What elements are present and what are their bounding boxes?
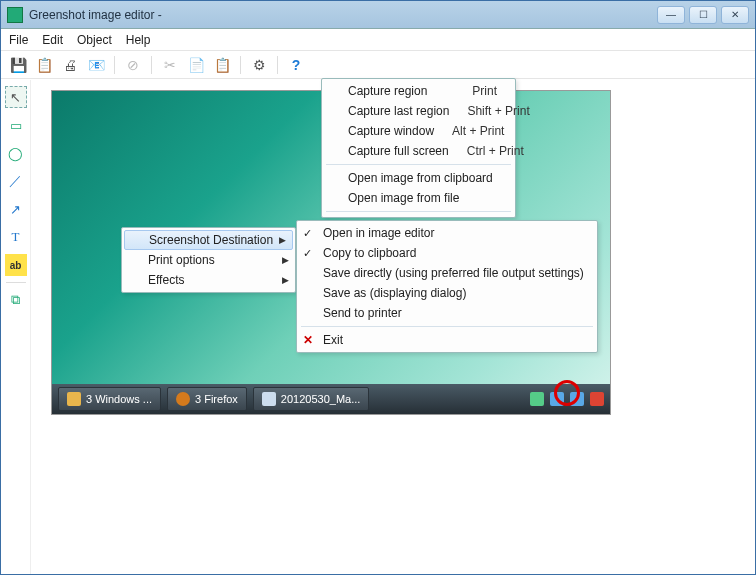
menu-capture-window[interactable]: Capture window Alt + Print bbox=[322, 121, 515, 141]
menu-shortcut: Print bbox=[472, 84, 497, 98]
menu-capture-last[interactable]: Capture last region Shift + Print bbox=[322, 101, 515, 121]
menu-label: Effects bbox=[148, 273, 277, 287]
help-icon[interactable]: ? bbox=[285, 54, 307, 76]
duplicate-icon[interactable]: 📄 bbox=[185, 54, 207, 76]
line-tool-icon[interactable]: ／ bbox=[5, 170, 27, 192]
folder-icon bbox=[67, 392, 81, 406]
menu-file[interactable]: File bbox=[9, 33, 28, 47]
menu-print-options[interactable]: Print options ▶ bbox=[122, 250, 295, 270]
highlight-tool-icon[interactable]: ab bbox=[5, 254, 27, 276]
check-icon: ✓ bbox=[303, 227, 312, 240]
print-icon[interactable]: 🖨 bbox=[59, 54, 81, 76]
menu-shortcut: Alt + Print bbox=[452, 124, 504, 138]
menu-separator bbox=[326, 164, 511, 165]
taskbar-label: 3 Windows ... bbox=[86, 393, 152, 405]
toolbar-sep bbox=[151, 56, 152, 74]
check-icon: ✓ bbox=[303, 247, 312, 260]
text-tool-icon[interactable]: T bbox=[5, 226, 27, 248]
menu-help[interactable]: Help bbox=[126, 33, 151, 47]
sidebar-sep bbox=[6, 282, 26, 283]
menubar: File Edit Object Help bbox=[1, 29, 755, 51]
menu-label: Screenshot Destination bbox=[149, 233, 276, 247]
crop-tool-icon[interactable]: ⧉ bbox=[5, 289, 27, 311]
menu-send-printer[interactable]: Send to printer bbox=[297, 303, 597, 323]
titlebar: Greenshot image editor - — ☐ ✕ bbox=[1, 1, 755, 29]
ellipse-tool-icon[interactable]: ◯ bbox=[5, 142, 27, 164]
menu-save-as[interactable]: Save as (displaying dialog) bbox=[297, 283, 597, 303]
taskbar-file-button[interactable]: 20120530_Ma... bbox=[253, 387, 370, 411]
menu-label: Open image from file bbox=[348, 191, 497, 205]
submenu-arrow-icon: ▶ bbox=[282, 255, 289, 265]
menu-label: Capture window bbox=[348, 124, 434, 138]
firefox-icon bbox=[176, 392, 190, 406]
menu-separator bbox=[301, 326, 593, 327]
close-icon: ✕ bbox=[303, 333, 313, 347]
cursor-tool-icon[interactable]: ↖ bbox=[5, 86, 27, 108]
canvas: 3 Windows ... 3 Firefox 20120530_Ma... bbox=[31, 80, 755, 574]
menu-shortcut: Shift + Print bbox=[467, 104, 529, 118]
annotation-circle bbox=[554, 380, 580, 406]
rect-tool-icon[interactable]: ▭ bbox=[5, 114, 27, 136]
mail-icon[interactable]: 📧 bbox=[85, 54, 107, 76]
tray-context-menu: Capture region Print Capture last region… bbox=[321, 78, 516, 218]
menu-screenshot-destination[interactable]: Screenshot Destination ▶ bbox=[124, 230, 293, 250]
menu-save-directly[interactable]: Save directly (using preferred file outp… bbox=[297, 263, 597, 283]
menu-exit[interactable]: ✕ Exit bbox=[297, 330, 597, 350]
file-icon bbox=[262, 392, 276, 406]
menu-label: Print options bbox=[148, 253, 277, 267]
toolbar-sep bbox=[277, 56, 278, 74]
taskbar-label: 3 Firefox bbox=[195, 393, 238, 405]
tray-icon[interactable] bbox=[590, 392, 604, 406]
menu-object[interactable]: Object bbox=[77, 33, 112, 47]
taskbar-windows-button[interactable]: 3 Windows ... bbox=[58, 387, 161, 411]
menu-capture-full[interactable]: Capture full screen Ctrl + Print bbox=[322, 141, 515, 161]
arrow-tool-icon[interactable]: ↗ bbox=[5, 198, 27, 220]
tool-sidebar: ↖ ▭ ◯ ／ ↗ T ab ⧉ bbox=[1, 80, 31, 574]
menu-effects[interactable]: Effects ▶ bbox=[122, 270, 295, 290]
menu-copy-clipboard[interactable]: ✓ Copy to clipboard bbox=[297, 243, 597, 263]
menu-label: Open image from clipboard bbox=[348, 171, 497, 185]
taskbar-label: 20120530_Ma... bbox=[281, 393, 361, 405]
menu-label: Send to printer bbox=[323, 306, 579, 320]
minimize-button[interactable]: — bbox=[657, 6, 685, 24]
menu-shortcut: Ctrl + Print bbox=[467, 144, 524, 158]
maximize-button[interactable]: ☐ bbox=[689, 6, 717, 24]
toolbar: 💾 📋 🖨 📧 ⊘ ✂ 📄 📋 ⚙ ? bbox=[1, 51, 755, 79]
submenu-arrow-icon: ▶ bbox=[282, 275, 289, 285]
menu-label: Exit bbox=[323, 333, 579, 347]
menu-label: Capture last region bbox=[348, 104, 449, 118]
save-icon[interactable]: 💾 bbox=[7, 54, 29, 76]
menu-open-file[interactable]: Open image from file bbox=[322, 188, 515, 208]
captured-taskbar: 3 Windows ... 3 Firefox 20120530_Ma... bbox=[52, 384, 610, 414]
menu-edit[interactable]: Edit bbox=[42, 33, 63, 47]
cut-icon: ✂ bbox=[159, 54, 181, 76]
menu-label: Copy to clipboard bbox=[323, 246, 579, 260]
tray-icon[interactable] bbox=[530, 392, 544, 406]
submenu-level1: Screenshot Destination ▶ Print options ▶… bbox=[121, 227, 296, 293]
toolbar-sep bbox=[114, 56, 115, 74]
disabled-action-icon: ⊘ bbox=[122, 54, 144, 76]
toolbar-sep bbox=[240, 56, 241, 74]
settings-icon[interactable]: ⚙ bbox=[248, 54, 270, 76]
submenu-screenshot-destination: ✓ Open in image editor ✓ Copy to clipboa… bbox=[296, 220, 598, 353]
copy-icon[interactable]: 📋 bbox=[33, 54, 55, 76]
paste-icon[interactable]: 📋 bbox=[211, 54, 233, 76]
taskbar-firefox-button[interactable]: 3 Firefox bbox=[167, 387, 247, 411]
app-window: Greenshot image editor - — ☐ ✕ File Edit… bbox=[0, 0, 756, 575]
menu-label: Save directly (using preferred file outp… bbox=[323, 266, 584, 280]
menu-label: Capture full screen bbox=[348, 144, 449, 158]
menu-label: Save as (displaying dialog) bbox=[323, 286, 579, 300]
menu-open-clipboard[interactable]: Open image from clipboard bbox=[322, 168, 515, 188]
menu-separator bbox=[326, 211, 511, 212]
menu-label: Open in image editor bbox=[323, 226, 579, 240]
menu-open-editor[interactable]: ✓ Open in image editor bbox=[297, 223, 597, 243]
window-title: Greenshot image editor - bbox=[29, 8, 162, 22]
close-button[interactable]: ✕ bbox=[721, 6, 749, 24]
submenu-arrow-icon: ▶ bbox=[279, 235, 286, 245]
menu-capture-region[interactable]: Capture region Print bbox=[322, 81, 515, 101]
menu-label: Capture region bbox=[348, 84, 454, 98]
app-icon bbox=[7, 7, 23, 23]
